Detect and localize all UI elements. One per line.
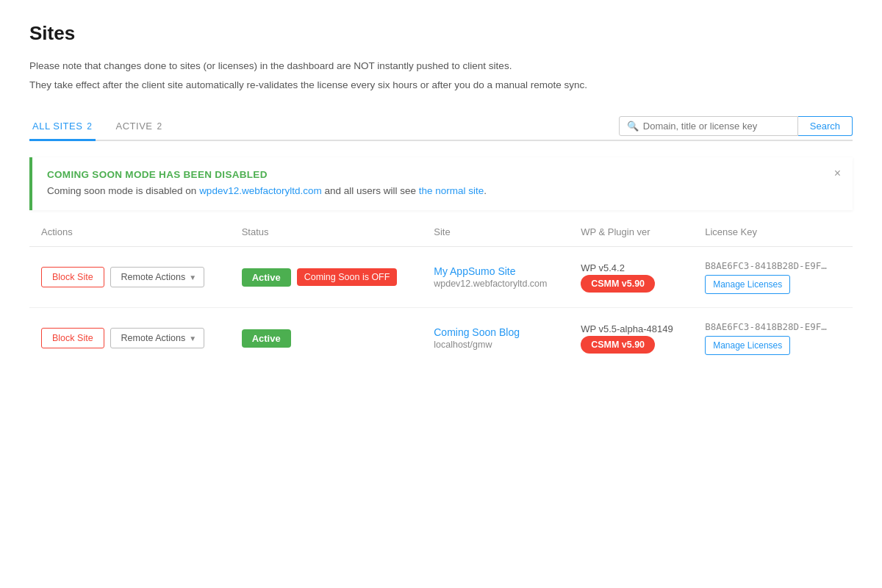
tab-all-sites-label: ALL SITES [32,121,82,132]
remote-actions-label-2: Remote Actions [121,333,186,343]
actions-cell-1: Block Site Remote Actions ▼ [29,247,230,308]
caret-icon-2: ▼ [189,334,196,343]
table-row: Block Site Remote Actions ▼ Active Comin… [29,247,853,308]
manage-licenses-button-1[interactable]: Manage Licenses [705,275,790,294]
actions-buttons-1: Block Site Remote Actions ▼ [41,267,218,287]
license-cell-1: B8AE6FC3-8418B28D-E9F1D0 Manage Licenses [693,247,853,308]
search-input[interactable] [643,121,790,132]
site-cell-2: Coming Soon Blog localhost/gmw [422,308,569,369]
site-name-link-2[interactable]: Coming Soon Blog [434,326,557,338]
csmm-badge-2: CSMM v5.90 [581,336,655,354]
wp-ver-cell-1: WP v5.4.2 CSMM v5.90 [569,247,693,308]
tabs-row: ALL SITES 2 ACTIVE 2 🔍 Search [29,113,853,141]
page-title: Sites [29,22,853,45]
col-actions: Actions [29,218,230,247]
banner-body-middle: and all users will see [322,185,419,196]
tab-active-label: ACTIVE [116,121,153,132]
banner-title: COMING SOON MODE HAS BEEN DISABLED [47,169,838,180]
license-key-text-1: B8AE6FC3-8418B28D-E9F1D0 [705,260,830,271]
sites-table: Actions Status Site WP & Plugin ver Lice… [29,218,853,368]
status-cell-2: Active [230,308,423,369]
site-url-1: wpdev12.webfactoryltd.com [434,279,557,289]
table-row: Block Site Remote Actions ▼ Active Comin… [29,308,853,369]
search-icon: 🔍 [627,121,639,132]
table-body: Block Site Remote Actions ▼ Active Comin… [29,247,853,369]
search-area: 🔍 Search [619,116,853,136]
coming-soon-badge-1: Coming Soon is OFF [297,268,398,286]
block-site-button-2[interactable]: Block Site [41,328,104,348]
actions-cell-2: Block Site Remote Actions ▼ [29,308,230,369]
wp-version-2: WP v5.5-alpha-48149 [581,323,681,334]
site-cell-1: My AppSumo Site wpdev12.webfactoryltd.co… [422,247,569,308]
actions-buttons-2: Block Site Remote Actions ▼ [41,328,218,348]
license-key-text-2: B8AE6FC3-8418B28D-E9F1D0 [705,321,830,332]
notice-text-2: They take effect after the client site a… [29,77,853,93]
site-name-link-1[interactable]: My AppSumo Site [434,265,557,277]
manage-licenses-button-2[interactable]: Manage Licenses [705,336,790,355]
status-badges-2: Active [242,329,411,348]
notice-text-1: Please note that changes done to sites (… [29,58,853,74]
wp-version-1: WP v5.4.2 [581,262,681,273]
page-wrapper: Sites Please note that changes done to s… [0,0,882,588]
license-cell-2: B8AE6FC3-8418B28D-E9F1D0 Manage Licenses [693,308,853,369]
status-badges-1: Active Coming Soon is OFF [242,268,411,287]
csmm-badge-1: CSMM v5.90 [581,275,655,293]
table-header: Actions Status Site WP & Plugin ver Lice… [29,218,853,247]
wp-ver-cell-2: WP v5.5-alpha-48149 CSMM v5.90 [569,308,693,369]
notification-banner: COMING SOON MODE HAS BEEN DISABLED Comin… [29,157,853,210]
banner-body-end: . [484,185,487,196]
col-license-key: License Key [693,218,853,247]
search-input-wrap: 🔍 [619,116,798,136]
banner-body: Coming soon mode is disabled on wpdev12.… [47,184,838,198]
search-button[interactable]: Search [798,116,853,136]
col-site: Site [422,218,569,247]
tab-all-sites[interactable]: ALL SITES 2 [29,113,96,141]
tab-active[interactable]: ACTIVE 2 [113,113,165,141]
banner-domain-link[interactable]: wpdev12.webfactoryltd.com [199,185,322,196]
block-site-button-1[interactable]: Block Site [41,267,104,287]
remote-actions-button-1[interactable]: Remote Actions ▼ [110,267,204,287]
caret-icon-1: ▼ [189,273,196,282]
col-status: Status [230,218,423,247]
banner-body-start: Coming soon mode is disabled on [47,185,199,196]
active-badge-2: Active [242,329,291,348]
site-url-2: localhost/gmw [434,340,557,350]
col-wp-plugin-ver: WP & Plugin ver [569,218,693,247]
tab-all-sites-count: 2 [87,121,92,132]
active-badge-1: Active [242,268,291,287]
banner-close-button[interactable]: × [834,168,841,179]
banner-normal-site-link[interactable]: the normal site [419,185,484,196]
remote-actions-button-2[interactable]: Remote Actions ▼ [110,328,204,348]
table-header-row: Actions Status Site WP & Plugin ver Lice… [29,218,853,247]
remote-actions-label-1: Remote Actions [121,272,186,282]
tab-active-count: 2 [157,121,162,132]
status-cell-1: Active Coming Soon is OFF [230,247,423,308]
